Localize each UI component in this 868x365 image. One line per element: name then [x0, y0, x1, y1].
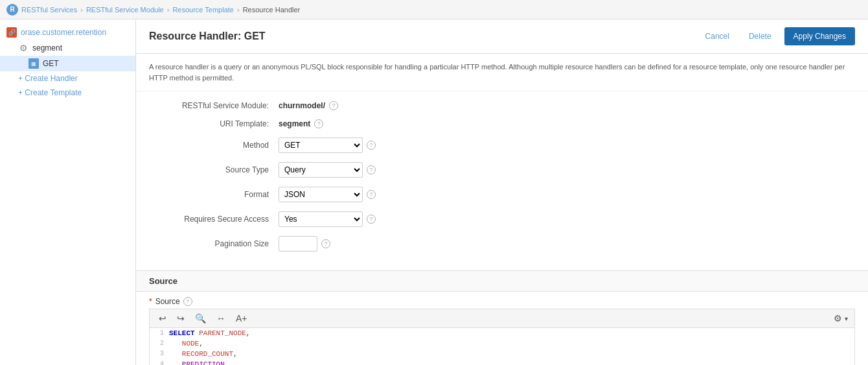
source-label: Source	[155, 297, 180, 306]
sidebar-get-label: GET	[43, 59, 59, 68]
method-info-icon[interactable]: ?	[367, 141, 376, 150]
source-type-info-icon[interactable]: ?	[367, 165, 376, 174]
search-button[interactable]: 🔍	[192, 312, 209, 325]
form-row-format: Format JSON XML CSV ?	[149, 187, 855, 202]
apply-changes-button[interactable]: Apply Changes	[784, 27, 855, 45]
format-label: Format	[149, 190, 279, 199]
source-type-value: Query PL/SQL ?	[279, 162, 376, 178]
code-line-4: 4 PREDICTION,	[150, 359, 854, 365]
breadcrumb-current: Resource Handler	[243, 6, 301, 14]
pagination-label: Pagination Size	[149, 239, 279, 248]
description-text: A resource handler is a query or an anon…	[136, 54, 868, 91]
toolbar-left: ↩ ↪ 🔍 ↔ A+	[156, 312, 250, 325]
line-num-1: 1	[150, 328, 169, 338]
sidebar-create-template[interactable]: + Create Template	[0, 86, 135, 100]
source-section-header: Source	[136, 271, 868, 292]
method-select[interactable]: GET POST PUT DELETE	[279, 137, 363, 153]
breadcrumb-resource-template[interactable]: Resource Template	[172, 6, 234, 14]
content-header: Resource Handler: GET Cancel Delete Appl…	[136, 19, 868, 54]
form-area: RESTful Service Module: churnmodel/ ? UR…	[136, 91, 868, 270]
code-line-2: 2 NODE,	[150, 338, 854, 349]
breadcrumb-sep-2: ›	[167, 6, 170, 14]
format-select[interactable]: JSON XML CSV	[279, 187, 363, 202]
font-button[interactable]: A+	[233, 312, 250, 325]
table-icon: ▦	[29, 58, 39, 69]
method-value: GET POST PUT DELETE ?	[279, 137, 376, 153]
toolbar-right: ⚙ ▾	[834, 313, 848, 324]
restful-module-value: churnmodel/ ?	[279, 101, 338, 110]
form-row-pagination: Pagination Size ?	[149, 236, 855, 252]
gear-icon: ⚙	[18, 43, 29, 53]
sidebar: 🔗 orase.customer.retention ⚙ segment ▦ G…	[0, 19, 136, 365]
line-content-2: NODE,	[169, 338, 854, 349]
line-content-4: PREDICTION,	[169, 359, 854, 365]
line-content-3: RECORD_COUNT,	[169, 349, 854, 359]
undo-button[interactable]: ↩	[156, 312, 169, 325]
content-area: Resource Handler: GET Cancel Delete Appl…	[136, 19, 868, 365]
line-content-1: SELECT PARENT_NODE,	[169, 328, 854, 338]
source-label-row: * Source ?	[136, 292, 868, 309]
sidebar-create-handler[interactable]: + Create Handler	[0, 71, 135, 86]
main-layout: 🔗 orase.customer.retention ⚙ segment ▦ G…	[0, 19, 868, 365]
breadcrumb-service-module[interactable]: RESTful Service Module	[86, 6, 164, 14]
uri-template-text: segment	[279, 119, 310, 128]
breadcrumb-home-icon: R	[6, 4, 18, 16]
required-star: *	[149, 297, 152, 306]
sidebar-item-segment[interactable]: ⚙ segment	[0, 40, 135, 56]
secure-access-value: Yes No ?	[279, 211, 376, 227]
uri-template-value: segment ?	[279, 119, 323, 128]
restful-module-info-icon[interactable]: ?	[329, 101, 338, 110]
sidebar-segment-label: segment	[32, 43, 62, 53]
format-value: JSON XML CSV ?	[279, 187, 376, 202]
source-type-select[interactable]: Query PL/SQL	[279, 162, 363, 178]
create-template-label[interactable]: + Create Template	[18, 88, 82, 97]
format-info-icon[interactable]: ?	[367, 190, 376, 199]
editor-gear-button[interactable]: ⚙	[834, 313, 842, 324]
line-num-3: 3	[150, 349, 169, 359]
source-info-icon[interactable]: ?	[183, 297, 192, 306]
source-section: Source * Source ? ↩ ↪ 🔍 ↔ A+ ⚙ ▾	[136, 270, 868, 365]
sidebar-item-get[interactable]: ▦ GET	[0, 56, 135, 71]
pagination-value: ?	[279, 236, 330, 252]
db-icon: 🔗	[6, 27, 17, 38]
uri-template-label: URI Template:	[149, 119, 279, 128]
secure-access-select[interactable]: Yes No	[279, 211, 363, 227]
header-actions: Cancel Delete Apply Changes	[699, 27, 855, 45]
method-label: Method	[149, 141, 279, 150]
source-type-label: Source Type	[149, 165, 279, 174]
breadcrumb-sep-3: ›	[237, 6, 240, 14]
sidebar-db-label[interactable]: orase.customer.retention	[21, 28, 106, 37]
line-num-4: 4	[150, 359, 169, 365]
form-row-uri-template: URI Template: segment ?	[149, 119, 855, 128]
breadcrumb-sep-1: ›	[80, 6, 83, 14]
code-line-3: 3 RECORD_COUNT,	[150, 349, 854, 359]
pagination-input[interactable]	[279, 236, 317, 252]
pagination-info-icon[interactable]: ?	[321, 239, 330, 248]
restful-module-text: churnmodel/	[279, 101, 325, 110]
form-row-secure-access: Requires Secure Access Yes No ?	[149, 211, 855, 227]
expand-button[interactable]: ↔	[214, 312, 228, 325]
redo-button[interactable]: ↪	[174, 312, 187, 325]
breadcrumb-restful-services[interactable]: RESTful Services	[21, 6, 77, 14]
code-editor[interactable]: 1 SELECT PARENT_NODE, 2 NODE, 3 RECORD_C…	[149, 327, 855, 365]
form-row-source-type: Source Type Query PL/SQL ?	[149, 162, 855, 178]
editor-toolbar: ↩ ↪ 🔍 ↔ A+ ⚙ ▾	[149, 309, 855, 327]
create-handler-label[interactable]: + Create Handler	[18, 74, 78, 83]
uri-template-info-icon[interactable]: ?	[314, 119, 323, 128]
form-row-method: Method GET POST PUT DELETE ?	[149, 137, 855, 153]
secure-access-label: Requires Secure Access	[149, 215, 279, 224]
page-title: Resource Handler: GET	[149, 30, 266, 42]
code-line-1: 1 SELECT PARENT_NODE,	[150, 328, 854, 338]
delete-button[interactable]: Delete	[742, 28, 778, 45]
cancel-button[interactable]: Cancel	[699, 28, 736, 45]
gear-chevron: ▾	[845, 315, 848, 322]
secure-access-info-icon[interactable]: ?	[367, 215, 376, 224]
restful-module-label: RESTful Service Module:	[149, 101, 279, 110]
sidebar-item-db[interactable]: 🔗 orase.customer.retention	[0, 25, 135, 40]
breadcrumb-bar: R RESTful Services › RESTful Service Mod…	[0, 0, 868, 19]
form-row-restful-module: RESTful Service Module: churnmodel/ ?	[149, 101, 855, 110]
line-num-2: 2	[150, 338, 169, 349]
